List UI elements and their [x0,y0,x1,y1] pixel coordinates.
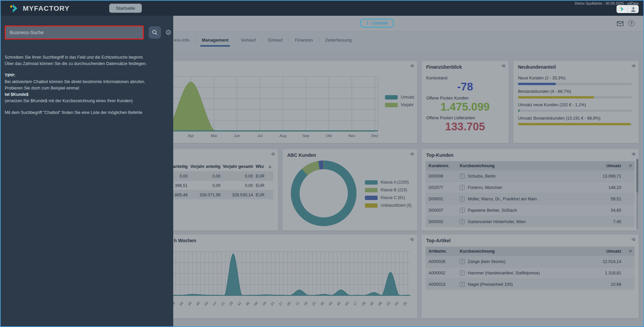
top-bar: MYFACTORY Startseite Demo SysAdmin - 30.… [1,1,643,16]
table-row[interactable]: A000026!Zange (kein Skonto)12.014,14 [426,256,635,267]
info-icon[interactable]: ! [460,270,465,275]
table-menu-icon[interactable]: ≡ [268,164,271,170]
bar-fill [518,123,631,125]
myfactory-logo[interactable]: MYFACTORY [10,4,70,13]
svg-text:26: 26 [402,301,408,307]
table-row[interactable]: D00002!Gartencenter Hinterhofer, Wien7,4… [426,216,635,227]
bar-fill [518,110,520,112]
finanz-label: Kontostand [426,76,509,80]
row-value: 148,10 [588,185,635,190]
user-avatar-button[interactable] [628,5,639,13]
legend-item: Klasse B (223) [365,188,411,192]
info-icon[interactable]: ! [460,196,465,201]
finanz-item: Kontostand-78 [422,76,509,93]
legend-item: Unklassifiziert (5) [365,203,411,208]
info-icon[interactable]: ! [460,208,465,213]
legend-item: Klasse A (2200) [365,180,411,185]
search-row: ⚙ [5,25,173,40]
bar-track [518,123,632,125]
table-row[interactable]: D00001!Müller, Marco, Dr., Frankfurt am … [426,193,635,204]
bar-label: Neue Kunden (2 - 33,3%) [518,76,632,80]
search-button[interactable] [149,26,161,39]
tab-einkauf[interactable]: Einkauf [262,38,288,43]
myfactory-logo-icon [10,4,19,13]
svg-text:18: 18 [261,301,267,307]
widget-settings-icon[interactable]: •⚙ [410,64,414,68]
help-line-1: Schreiben Sie Ihren Suchbegriff in das F… [5,54,149,61]
svg-text:04: 04 [253,301,259,307]
legend-swatch [365,196,378,200]
table-row[interactable]: A000013!Nagel (Preiseinheit 100)10,66 [426,278,635,290]
table-menu-icon[interactable]: ≡ [629,162,632,168]
info-icon[interactable]: ! [460,259,465,264]
svg-text:03: 03 [344,301,350,307]
abc-donut-hole [300,169,348,217]
tab-management[interactable]: Management [195,38,234,43]
svg-text:45: 45 [336,301,341,307]
mini-logo-button[interactable] [617,5,628,13]
tab-zeiterfassung[interactable]: Zeiterfassung [319,38,358,43]
widget-settings-icon[interactable]: •⚙ [410,237,414,242]
bar-label: Umsatz neue Kunden (152 € - 1,1%) [518,103,632,107]
legend-swatch [365,180,378,185]
info-icon[interactable]: ! [460,185,465,190]
widget-settings-icon[interactable]: •⚙ [631,64,635,68]
startseite-button[interactable]: Startseite [109,4,142,13]
scrollbar-thumb[interactable] [636,159,638,193]
tip-command: tel $Kunde$ [5,92,28,97]
svg-text:40: 40 [195,301,201,307]
tab-verkauf[interactable]: Verkauf [235,38,262,43]
tab-finanzen[interactable]: Finanzen [288,38,319,43]
widget-title: h Wochen [174,238,196,243]
svg-text:11: 11 [295,301,300,306]
search-settings-gear-icon[interactable]: ⚙ [165,28,172,37]
table-row[interactable]: D02577!Forterro, München148,10 [426,182,635,193]
row-number: D00001 [426,197,460,201]
company-badge[interactable]: 1 - Zentrale [360,19,394,27]
row-name: Papeterie Berber, Süßlach [468,208,517,213]
table-menu-icon[interactable]: ≡ [629,248,632,254]
neukundenanteil-widget: Neukundenanteil •⚙ Neue Kunden (2 - 33,3… [513,61,639,143]
widget-title: Top-Kunden [426,152,453,158]
row-number: D00008 [426,174,460,179]
legend-label: Klasse B (223) [381,188,407,192]
widget-settings-icon[interactable]: •⚙ [501,64,505,68]
svg-text:Jun: Jun [234,134,240,138]
business-search-panel: ⚙ Schreiben Sie Ihren Suchbegriff in das… [1,16,173,326]
widget-settings-icon[interactable]: •⚙ [410,152,414,156]
mail-icon[interactable] [617,20,624,27]
svg-text:Aug: Aug [279,134,286,138]
row-value: 10,66 [588,282,635,287]
widget-settings-icon[interactable]: •⚙ [271,152,275,156]
svg-text:14: 14 [211,301,217,307]
svg-text:05: 05 [286,301,292,307]
svg-text:Nov: Nov [348,134,356,138]
legend-label: Klasse A (2200) [381,180,409,185]
table-row[interactable]: D00008!Schulze, Berlin13.089,71 [426,170,635,182]
row-name: Hammer (Handelsartikel, Staffelpreise) [468,271,540,275]
table-row[interactable]: A000002!Hammer (Handelsartikel, Staffelp… [426,267,635,278]
bar-track [518,83,632,85]
svg-text:03: 03 [203,301,209,307]
finanz-value: -78 [422,81,509,93]
tab-ess-info[interactable]: ess-Info [173,38,195,43]
info-icon[interactable]: ! [460,174,465,179]
tip-heading: TIPP: [5,73,15,78]
row-name: Schulze, Berlin [468,174,496,179]
info-icon[interactable]: ! [460,219,465,224]
widget-settings-icon[interactable]: •⚙ [631,152,635,156]
row-value: 59,51 [588,197,635,201]
legend-item: Umsatz [385,95,414,100]
widget-title: Finanzüberblick [426,64,462,70]
top-artikel-table: Artikelnr.KurzbezeichnungUmsatz≡A000026!… [426,247,635,290]
row-number: D00002 [426,219,460,224]
business-search-input[interactable] [5,25,144,40]
help-icon[interactable]: ? [628,20,635,26]
table-row[interactable]: D00007!Papeterie Berber, Süßlach34,65 [426,204,635,216]
legend-label: Klasse C (61) [381,195,405,200]
svg-text:17: 17 [352,301,358,307]
info-icon[interactable]: ! [460,282,465,287]
svg-text:Okt: Okt [326,134,332,138]
finanz-label: Offene Posten Lieferanten [426,116,509,120]
widget-settings-icon[interactable]: •⚙ [631,237,635,242]
